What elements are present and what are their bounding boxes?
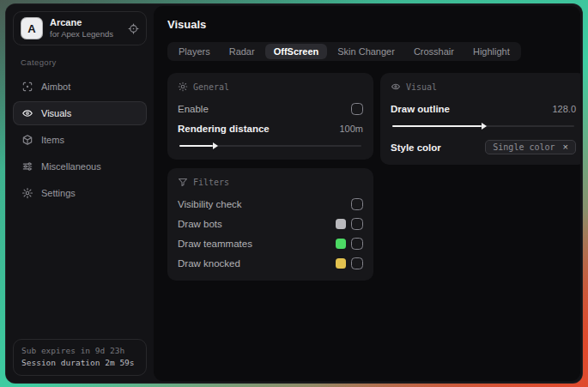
enable-label: Enable [178,104,209,114]
filters-panel: Filters Visibility check Draw bots [167,168,373,281]
style-color-row: Style color Single color × [391,138,576,156]
draw-teammates-color-swatch[interactable] [336,239,346,249]
rendering-distance-value: 100m [339,124,363,134]
sidebar-item-label: Visuals [41,108,71,118]
draw-bots-checkbox[interactable] [351,218,363,230]
draw-outline-value: 128.0 [552,104,576,114]
right-column: Visual Draw outline 128.0 Style color [380,73,580,165]
sidebar-item-settings[interactable]: Settings [13,181,147,205]
visibility-check-checkbox[interactable] [351,198,363,210]
general-panel: General Enable Rendering distance 100m [167,73,373,160]
app-name: Arcane [50,17,113,29]
category-label: Category [21,57,147,67]
draw-teammates-label: Draw teammates [178,239,252,249]
draw-outline-label: Draw outline [391,104,450,114]
enable-row: Enable [178,100,363,118]
draw-knocked-label: Draw knocked [178,258,240,269]
app-tagline: for Apex Legends [50,29,113,39]
draw-teammates-row: Draw teammates [178,234,363,252]
sidebar-item-items[interactable]: Items [13,128,147,152]
sidebar-item-label: Miscellaneous [41,161,101,172]
visual-panel-title: Visual [406,82,437,92]
sub-expiry-text: Sub expires in 9d 23h [21,345,138,358]
session-duration-text: Session duration 2m 59s [21,357,138,370]
app-brand-card: A Arcane for Apex Legends [13,11,147,45]
general-panel-header: General [178,82,363,92]
panel-grid: General Enable Rendering distance 100m [167,73,567,281]
app-logo: A [21,17,43,39]
draw-bots-controls [336,218,363,230]
desktop-wallpaper: A Arcane for Apex Legends Category [0,0,588,387]
sidebar: A Arcane for Apex Legends Category [6,4,154,383]
brand-text: Arcane for Apex Legends [50,17,113,39]
draw-knocked-row: Draw knocked [178,254,363,272]
clear-icon[interactable]: × [563,142,568,152]
eye-icon [391,82,401,92]
session-info-card: Sub expires in 9d 23h Session duration 2… [13,339,147,376]
draw-knocked-controls [336,257,363,269]
crosshair-icon [21,81,33,93]
main-content: Visuals Players Radar OffScreen Skin Cha… [154,6,580,381]
visibility-check-label: Visibility check [178,199,242,209]
style-color-selected-value: Single color [493,142,555,152]
tab-crosshair[interactable]: Crosshair [405,44,463,59]
draw-outline-slider[interactable] [391,121,576,131]
sun-icon [178,82,188,92]
sidebar-item-aimbot[interactable]: Aimbot [13,75,147,99]
page-title: Visuals [167,18,567,31]
draw-bots-label: Draw bots [178,219,222,229]
slider-fill[interactable] [179,145,213,147]
sidebar-spacer [13,205,147,339]
draw-bots-color-swatch[interactable] [336,219,346,229]
tab-offscreen[interactable]: OffScreen [265,44,328,59]
sidebar-item-label: Settings [41,188,76,198]
draw-bots-row: Draw bots [178,215,363,233]
filters-panel-title: Filters [193,178,229,187]
visual-panel: Visual Draw outline 128.0 Style color [380,73,580,165]
eye-scan-icon [21,107,33,119]
left-column: General Enable Rendering distance 100m [167,73,373,281]
sidebar-item-label: Aimbot [41,82,70,92]
cube-icon [21,134,33,146]
sidebar-item-visuals[interactable]: Visuals [13,101,147,125]
slider-fill[interactable] [392,125,482,127]
filters-panel-header: Filters [178,177,363,187]
visibility-check-row: Visibility check [178,195,363,213]
style-color-select[interactable]: Single color × [485,140,576,154]
sliders-icon [21,160,33,172]
tab-skin-changer[interactable]: Skin Changer [329,44,403,59]
target-icon[interactable] [128,23,139,34]
sidebar-item-miscellaneous[interactable]: Miscellaneous [13,154,147,178]
visual-panel-header: Visual [391,82,576,92]
rendering-distance-label: Rendering distance [178,124,270,134]
gear-icon [21,187,33,199]
draw-outline-row: Draw outline 128.0 [391,100,576,118]
draw-knocked-checkbox[interactable] [351,257,363,269]
draw-teammates-controls [336,238,363,250]
draw-teammates-checkbox[interactable] [351,238,363,250]
rendering-distance-row: Rendering distance 100m [178,119,363,137]
general-panel-title: General [193,82,229,92]
rendering-distance-slider[interactable] [178,141,363,151]
app-window: A Arcane for Apex Legends Category [5,3,583,384]
enable-checkbox[interactable] [351,103,363,115]
sidebar-item-label: Items [41,135,64,145]
tab-bar: Players Radar OffScreen Skin Changer Cro… [167,42,521,61]
draw-knocked-color-swatch[interactable] [336,258,346,269]
style-color-label: Style color [391,142,441,153]
tab-players[interactable]: Players [170,44,219,59]
funnel-icon [178,177,188,187]
sidebar-nav: Aimbot Visuals [13,75,147,205]
tab-highlight[interactable]: Highlight [464,44,518,59]
tab-radar[interactable]: Radar [221,44,264,59]
